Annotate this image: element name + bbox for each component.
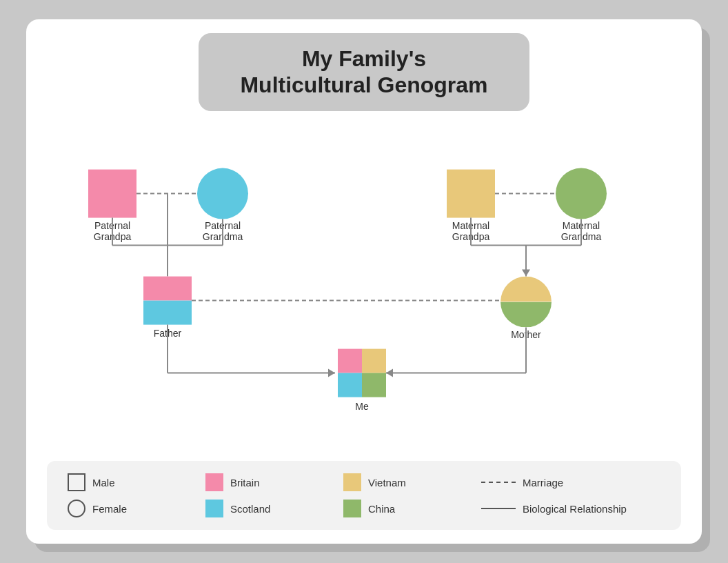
legend-vietnam-label: Vietnam	[368, 477, 406, 488]
bio-line-icon	[481, 508, 516, 509]
scotland-icon	[205, 500, 223, 517]
title-box: My Family's Multicultural Genogram	[199, 33, 529, 111]
maternal-grandma-shape	[556, 168, 607, 219]
marriage-line-icon	[481, 482, 516, 483]
male-icon	[68, 473, 85, 491]
female-icon	[68, 500, 85, 517]
legend-row1: Male Britain Vietnam Marriage	[68, 473, 660, 491]
me-br	[362, 373, 386, 397]
me-tl	[338, 348, 362, 373]
mother-arrow2	[386, 368, 393, 377]
paternal-grandma-shape	[197, 168, 248, 219]
legend-britain: Britain	[205, 473, 316, 491]
genogram-area: Paternal Grandpa Paternal Grandma	[47, 125, 681, 455]
me-bl	[338, 373, 362, 397]
father-arrow	[328, 368, 335, 377]
legend-female: Female	[68, 500, 178, 517]
legend-marriage: Marriage	[481, 477, 592, 488]
me-tr	[362, 348, 386, 373]
card: My Family's Multicultural Genogram Pater…	[26, 19, 702, 544]
page-title: My Family's Multicultural Genogram	[240, 46, 487, 99]
me-label: Me	[355, 400, 369, 411]
legend-biological: Biological Relationship	[481, 503, 627, 515]
legend-male: Male	[68, 473, 178, 491]
genogram-svg: Paternal Grandpa Paternal Grandma	[47, 125, 681, 455]
mother-arrow	[522, 269, 530, 276]
paternal-grandpa-shape	[88, 169, 136, 217]
father-top	[143, 276, 192, 300]
title-line1: My Family's	[302, 46, 426, 71]
legend-marriage-label: Marriage	[523, 477, 563, 488]
legend-row2: Female Scotland China Biological Relatio…	[68, 500, 660, 517]
legend-male-label: Male	[92, 477, 115, 488]
legend-scotland-label: Scotland	[230, 503, 270, 515]
legend-scotland: Scotland	[205, 500, 316, 517]
legend-female-label: Female	[92, 503, 127, 515]
maternal-grandpa-shape	[447, 169, 495, 217]
legend-china-label: China	[368, 503, 395, 515]
main-container: My Family's Multicultural Genogram Pater…	[26, 19, 702, 544]
title-line2: Multicultural Genogram	[240, 72, 487, 97]
vietnam-icon	[343, 473, 361, 491]
legend: Male Britain Vietnam Marriage	[47, 461, 681, 530]
legend-china: China	[343, 500, 454, 517]
china-icon	[343, 500, 361, 517]
legend-vietnam: Vietnam	[343, 473, 454, 491]
legend-britain-label: Britain	[230, 477, 260, 488]
britain-icon	[205, 473, 223, 491]
father-bottom	[143, 300, 192, 324]
legend-biological-label: Biological Relationship	[523, 503, 627, 515]
